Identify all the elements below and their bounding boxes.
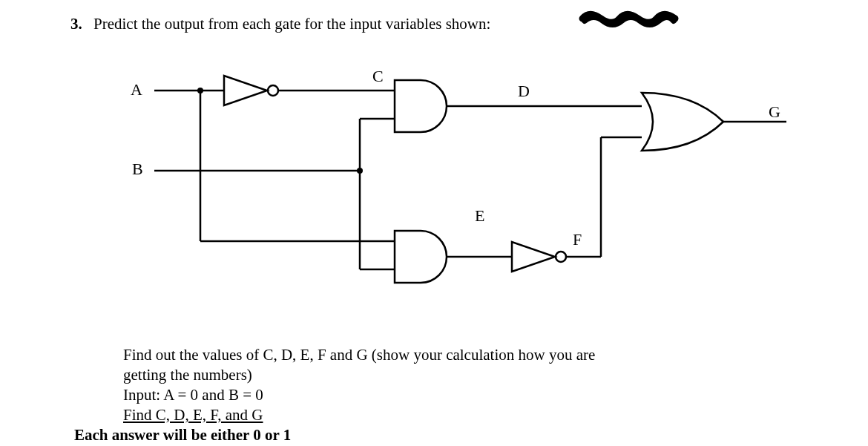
svg-marker-15 <box>512 242 555 272</box>
page: 3. Predict the output from each gate for… <box>0 0 868 446</box>
label-d: D <box>518 83 530 99</box>
label-f: F <box>573 232 582 248</box>
task-line-3: Input: A = 0 and B = 0 <box>123 385 595 405</box>
task-line-5: Each answer will be either 0 or 1 <box>74 425 595 445</box>
logic-circuit-diagram: A B C D E F G <box>111 67 801 289</box>
question-number: 3. <box>70 15 82 33</box>
task-instructions: Find out the values of C, D, E, F and G … <box>123 345 595 445</box>
label-b: B <box>132 161 143 177</box>
task-line-4: Find C, D, E, F, and G <box>123 405 595 425</box>
label-c: C <box>372 68 384 85</box>
task-line-2: getting the numbers) <box>123 365 595 385</box>
label-a: A <box>131 82 142 98</box>
label-g: G <box>769 104 780 120</box>
label-e: E <box>475 208 484 224</box>
question-prompt: Predict the output from each gate for th… <box>93 15 490 33</box>
task-line-1: Find out the values of C, D, E, F and G … <box>123 345 595 365</box>
svg-marker-1 <box>224 76 267 105</box>
question-text: 3. Predict the output from each gate for… <box>70 15 490 33</box>
redaction-scribble <box>579 9 683 28</box>
